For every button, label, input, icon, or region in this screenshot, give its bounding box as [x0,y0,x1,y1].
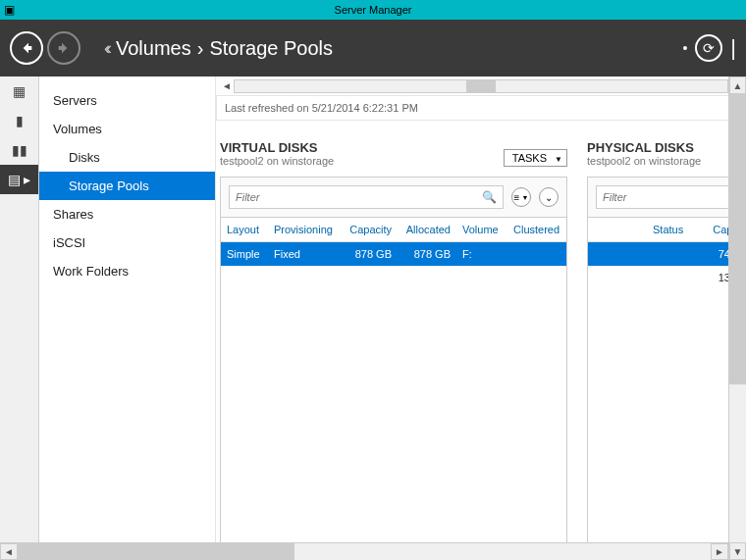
up-level-icon[interactable]: ‹‹ [104,38,108,59]
nav-servers[interactable]: Servers [39,86,215,115]
iconbar-all-servers[interactable]: ▮▮ [0,135,38,165]
breadcrumb-current: Storage Pools [209,37,333,60]
top-scrollbar[interactable]: ◄ ► [216,76,746,96]
main-content: ◄ ► Last refreshed on 5/21/2014 6:22:31 … [216,76,746,560]
iconbar-local-server[interactable]: ▮ [0,106,38,135]
titlebar: ▣ Server Manager [0,0,746,20]
header-menu-dot[interactable]: • [682,40,687,56]
cell-provisioning: Fixed [268,242,343,266]
scroll-thumb[interactable] [466,80,496,92]
sidebar-nav: Servers Volumes Disks Storage Pools Shar… [39,76,216,560]
physical-filter-box[interactable] [596,185,746,209]
scroll-left-icon[interactable]: ◄ [220,80,234,91]
nav-disks[interactable]: Disks [39,143,215,172]
arrow-left-icon [19,40,34,56]
virtual-tasks-dropdown[interactable]: TASKS [504,149,567,167]
refresh-icon: ⟳ [703,40,715,56]
virtual-grid-header: Layout Provisioning Capacity Allocated V… [221,218,566,242]
nav-storage-pools[interactable]: Storage Pools [39,172,215,200]
virtual-filter-input[interactable] [236,191,482,203]
refresh-timestamp: Last refreshed on 5/21/2014 6:22:31 PM [216,96,746,121]
col-clustered[interactable]: Clustered [507,218,566,241]
virtual-filter-box[interactable]: 🔍 [229,185,504,209]
scroll-left-icon[interactable]: ◄ [0,543,18,560]
iconbar-dashboard[interactable]: ▦ [0,76,38,106]
refresh-button[interactable]: ⟳ [695,34,722,62]
col-volume[interactable]: Volume [456,218,507,241]
list-icon: ≡ [514,192,520,203]
breadcrumb-parent[interactable]: Volumes [116,37,191,60]
search-icon[interactable]: 🔍 [482,190,497,204]
cell-clustered [507,242,566,266]
breadcrumb: Volumes › Storage Pools [116,37,333,60]
physical-filter-input[interactable] [603,191,746,203]
physical-disks-grid: Status Capacity 745 GB 136 GB [587,218,746,560]
header: ‹‹ Volumes › Storage Pools • ⟳ | [0,20,746,76]
physical-grid-header: Status Capacity [588,218,746,242]
window-title: Server Manager [335,4,412,16]
system-menu-icon[interactable]: ▣ [4,3,15,17]
iconbar-file-storage[interactable]: ▤ ▸ [0,165,38,194]
cell-status [647,266,702,289]
scroll-thumb[interactable] [18,543,294,560]
virtual-disks-grid: Layout Provisioning Capacity Allocated V… [220,218,567,560]
header-divider: | [730,35,736,61]
cell-volume: F: [456,242,507,266]
virtual-view-options[interactable]: ≡▼ [511,187,531,207]
back-button[interactable] [10,31,43,65]
physical-filterbar [587,177,746,218]
virtual-disks-panel: VIRTUAL DISKS testpool2 on winstorage TA… [220,140,567,560]
virtual-disks-subtitle: testpool2 on winstorage [220,155,334,167]
physical-disk-row[interactable]: 136 GB [588,266,746,289]
virtual-disk-row[interactable]: Simple Fixed 878 GB 878 GB F: [221,242,566,266]
scroll-up-icon[interactable]: ▲ [729,76,746,94]
col-spacer [588,218,647,241]
vertical-scrollbar[interactable]: ▲ ▼ [728,76,746,560]
physical-disk-row[interactable]: 745 GB [588,242,746,266]
nav-iscsi[interactable]: iSCSI [39,229,215,257]
physical-disks-title: PHYSICAL DISKS [587,140,701,155]
arrow-right-icon [56,40,72,56]
chevron-down-icon: ⌄ [545,192,553,203]
horizontal-scrollbar[interactable]: ◄ ► [0,542,728,560]
col-provisioning[interactable]: Provisioning [268,218,343,241]
col-allocated[interactable]: Allocated [398,218,456,241]
scroll-thumb[interactable] [729,94,746,384]
iconbar: ▦ ▮ ▮▮ ▤ ▸ [0,76,39,560]
scroll-down-icon[interactable]: ▼ [729,542,746,560]
virtual-expand[interactable]: ⌄ [539,187,559,207]
cell-allocated: 878 GB [398,242,456,266]
cell-capacity: 878 GB [343,242,398,266]
forward-button [47,31,80,65]
col-layout[interactable]: Layout [221,218,268,241]
scroll-right-icon[interactable]: ► [711,543,728,560]
nav-shares[interactable]: Shares [39,200,215,229]
chevron-down-icon: ▼ [521,194,528,201]
physical-disks-panel: PHYSICAL DISKS testpool2 on winstorage S… [587,140,746,560]
nav-volumes[interactable]: Volumes [39,115,215,143]
virtual-disks-title: VIRTUAL DISKS [220,140,334,155]
col-capacity[interactable]: Capacity [343,218,398,241]
nav-work-folders[interactable]: Work Folders [39,257,215,285]
physical-disks-subtitle: testpool2 on winstorage [587,155,701,167]
col-status[interactable]: Status [647,218,702,241]
cell-status [647,242,702,266]
cell-layout: Simple [221,242,268,266]
chevron-right-icon: › [197,37,204,60]
virtual-filterbar: 🔍 ≡▼ ⌄ [220,177,567,218]
